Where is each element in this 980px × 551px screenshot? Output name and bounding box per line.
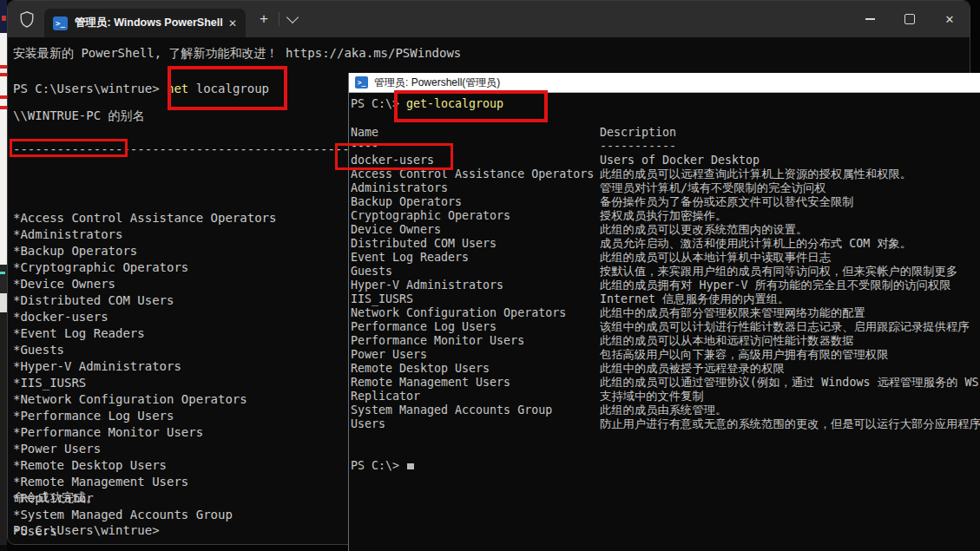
table-row: Replicator 支持域中的文件复制 bbox=[351, 390, 980, 403]
background-red-line bbox=[0, 106, 7, 109]
table-row: Power Users 包括高级用户以向下兼容，高级用户拥有有限的管理权限 bbox=[351, 348, 980, 362]
column-header-description: Description bbox=[600, 126, 980, 140]
localgroup-item: *Administrators bbox=[13, 226, 276, 243]
console-title: 管理员: Powershell(管理员) bbox=[374, 75, 500, 90]
description-underline: ----------- bbox=[600, 140, 980, 154]
group-description: Internet 信息服务使用的内置组。 bbox=[600, 292, 980, 306]
localgroup-item: *Backup Operators bbox=[13, 243, 276, 259]
annotation-box-docker-users bbox=[335, 143, 453, 170]
group-description: 此组的成员由系统管理。 bbox=[600, 403, 980, 417]
group-name: Remote Desktop Users bbox=[351, 362, 600, 376]
tab-separator bbox=[279, 12, 280, 26]
localgroup-item: *Device Owners bbox=[13, 276, 276, 292]
powershell-icon: >_ bbox=[355, 76, 368, 89]
shield-icon bbox=[19, 10, 36, 29]
background-red-line bbox=[0, 65, 7, 69]
window-controls: ✕ bbox=[850, 1, 970, 37]
localgroup-item: *Cryptographic Operators bbox=[13, 259, 276, 276]
background-red-line bbox=[0, 95, 7, 99]
background-red-mark bbox=[2, 16, 6, 21]
close-button[interactable]: ✕ bbox=[930, 1, 970, 37]
group-description: 管理员对计算机/域有不受限制的完全访问权 bbox=[600, 181, 980, 195]
localgroup-item: *docker-users bbox=[13, 309, 276, 325]
background-block bbox=[0, 265, 7, 293]
group-description: 此组的成员拥有对 Hyper-V 所有功能的完全且不受限制的访问权限 bbox=[600, 279, 980, 292]
localgroup-table: docker-users Users of Docker Desktop Acc… bbox=[351, 154, 980, 431]
localgroup-item: *IIS_IUSRS bbox=[13, 375, 276, 391]
chevron-down-icon[interactable] bbox=[286, 11, 299, 23]
localgroup-item: *Guests bbox=[13, 342, 276, 358]
background-block bbox=[0, 545, 7, 551]
group-name: Remote Management Users bbox=[351, 376, 600, 390]
prompt: PS C:\Users\wintrue> bbox=[13, 82, 167, 95]
background-block bbox=[0, 293, 7, 312]
group-description: 此组的成员可以更改系统范围内的设置。 bbox=[600, 223, 980, 237]
group-name: Distributed COM Users bbox=[351, 237, 600, 251]
localgroup-item: *Network Configuration Operators bbox=[13, 391, 276, 408]
group-description: 防止用户进行有意或无意的系统范围的更改，但是可以运行大部分应用程序 bbox=[600, 417, 980, 431]
table-row: IIS_IUSRS Internet 信息服务使用的内置组。 bbox=[351, 292, 980, 306]
update-banner: 安装最新的 PowerShell, 了解新功能和改进！ https://aka.… bbox=[13, 46, 461, 62]
table-row: Administrators 管理员对计算机/域有不受限制的完全访问权 bbox=[351, 181, 980, 195]
tab-close-icon[interactable]: ✕ bbox=[228, 17, 237, 30]
table-row: Network Configuration Operators 此组中的成员有部… bbox=[351, 306, 980, 320]
maximize-button[interactable] bbox=[890, 1, 930, 37]
table-row: Remote Desktop Users 此组中的成员被授予远程登录的权限 bbox=[351, 362, 980, 376]
minimize-button[interactable] bbox=[850, 1, 890, 37]
table-row: Remote Management Users 此组的成员可以通过管理协议(例如… bbox=[351, 376, 980, 390]
localgroup-list: *Access Control Assistance Operators*Adm… bbox=[13, 161, 276, 540]
background-text-fragment bbox=[0, 272, 5, 274]
group-description: 包括高级用户以向下兼容，高级用户拥有有限的管理权限 bbox=[600, 348, 980, 362]
table-row: Device Owners 此组的成员可以更改系统范围内的设置。 bbox=[351, 223, 980, 237]
group-name: Backup Operators bbox=[351, 195, 600, 209]
group-name: Power Users bbox=[351, 348, 600, 362]
localgroup-item: *Performance Monitor Users bbox=[13, 424, 276, 441]
localgroup-item: *Access Control Assistance Operators bbox=[13, 210, 276, 226]
minimize-icon bbox=[865, 18, 875, 19]
group-description: 备份操作员为了备份或还原文件可以替代安全限制 bbox=[600, 195, 980, 209]
group-name: Hyper-V Administrators bbox=[351, 279, 600, 292]
table-header-row: Name Description bbox=[351, 126, 980, 140]
table-row: Backup Operators 备份操作员为了备份或还原文件可以替代安全限制 bbox=[351, 195, 980, 209]
group-description: 此组的成员可以从本地和远程访问性能计数器数据 bbox=[600, 334, 980, 348]
annotation-box-separator bbox=[10, 139, 128, 157]
background-red-line bbox=[0, 73, 7, 76]
tab-title: 管理员: Windows PowerShell bbox=[75, 16, 223, 30]
alias-header: \\WINTRUE-PC 的别名 bbox=[13, 108, 145, 124]
table-row: Users 防止用户进行有意或无意的系统范围的更改，但是可以运行大部分应用程序 bbox=[351, 417, 980, 431]
tab-admin-powershell[interactable]: >_ 管理员: Windows PowerShell ✕ bbox=[44, 9, 246, 37]
group-name: Cryptographic Operators bbox=[351, 209, 600, 223]
terminal-tab-bar: >_ 管理员: Windows PowerShell ✕ + ✕ bbox=[8, 1, 970, 37]
group-name: Users bbox=[351, 417, 600, 431]
group-name: Performance Log Users bbox=[351, 320, 600, 334]
group-name: Performance Monitor Users bbox=[351, 334, 600, 348]
localgroup-item: *Event Log Readers bbox=[13, 325, 276, 342]
group-name: Network Configuration Operators bbox=[351, 306, 600, 320]
table-row: System Managed Accounts Group 此组的成员由系统管理… bbox=[351, 403, 980, 417]
completion-message: 命令成功完成。 bbox=[13, 490, 98, 506]
localgroup-item: *Distributed COM Users bbox=[13, 292, 276, 309]
localgroup-item: *System Managed Accounts Group bbox=[13, 507, 276, 523]
new-tab-button[interactable]: + bbox=[260, 10, 268, 28]
annotation-box-net-localgroup bbox=[168, 66, 287, 110]
group-description: 此组的成员可以从本地计算机中读取事件日志 bbox=[600, 251, 980, 265]
annotation-box-get-localgroup bbox=[394, 90, 548, 122]
table-row: Hyper-V Administrators 此组的成员拥有对 Hyper-V … bbox=[351, 279, 980, 292]
table-row: Distributed COM Users 成员允许启动、激活和使用此计算机上的… bbox=[351, 237, 980, 251]
background-block bbox=[0, 312, 7, 545]
background-window-sliver bbox=[0, 0, 7, 551]
table-row: Guests 按默认值，来宾跟用户组的成员有同等访问权，但来宾帐户的限制更多 bbox=[351, 265, 980, 279]
group-description: 此组中的成员有部分管理权限来管理网络功能的配置 bbox=[600, 306, 980, 320]
table-row: Performance Log Users 该组中的成员可以计划进行性能计数器日… bbox=[351, 320, 980, 334]
localgroup-item: *Remote Management Users bbox=[13, 474, 276, 490]
group-name: Administrators bbox=[351, 181, 600, 195]
group-description: Users of Docker Desktop bbox=[600, 154, 980, 167]
group-description: 按默认值，来宾跟用户组的成员有同等访问权，但来宾帐户的限制更多 bbox=[600, 265, 980, 279]
localgroup-item: *Power Users bbox=[13, 441, 276, 457]
group-name: Replicator bbox=[351, 390, 600, 403]
maximize-icon bbox=[904, 14, 915, 24]
localgroup-item: *Performance Log Users bbox=[13, 408, 276, 424]
group-name: Device Owners bbox=[351, 223, 600, 237]
group-description: 授权成员执行加密操作。 bbox=[600, 209, 980, 223]
group-description: 此组中的成员被授予远程登录的权限 bbox=[600, 362, 980, 376]
